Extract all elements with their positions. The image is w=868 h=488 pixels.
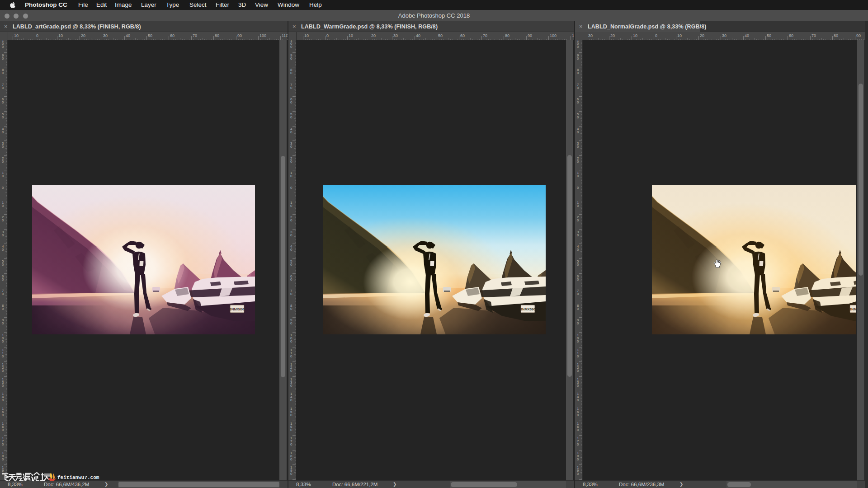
svg-text:3NMX690: 3NMX690 bbox=[520, 307, 535, 311]
svg-text:feitianwu7.com: feitianwu7.com bbox=[57, 475, 99, 480]
